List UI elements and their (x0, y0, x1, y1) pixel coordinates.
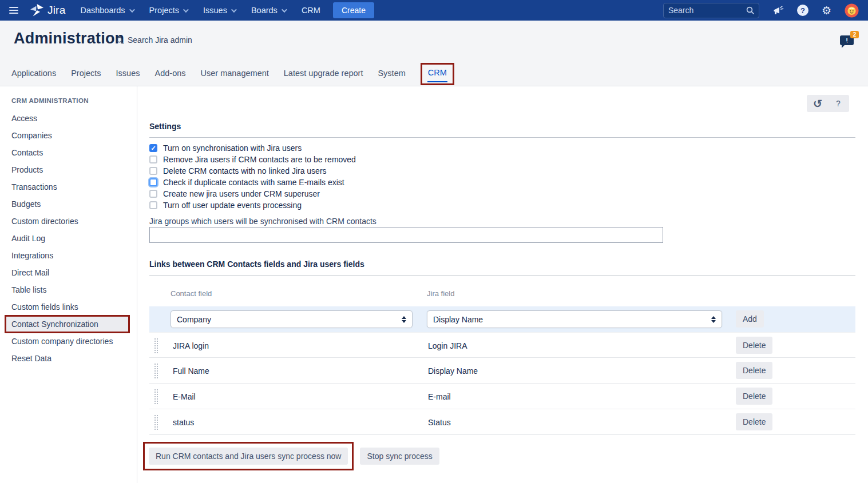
sidebar-item-contacts[interactable]: Contacts (11, 144, 137, 161)
stop-sync-button[interactable]: Stop sync process (360, 448, 439, 465)
refresh-button[interactable]: ↺ (810, 96, 825, 111)
chevron-down-icon (183, 7, 189, 13)
help-button[interactable]: ? (831, 96, 846, 111)
tab-projects[interactable]: Projects (71, 62, 101, 85)
delete-button[interactable]: Delete (736, 388, 772, 405)
top-navbar: Jira Dashboards Projects Issues Boards C… (0, 0, 868, 21)
select-updown-icon (402, 316, 406, 323)
jira-groups-label: Jira groups which users will be synchron… (149, 217, 376, 226)
navbar-search-input[interactable] (668, 6, 746, 15)
chevron-down-icon (282, 7, 287, 13)
checkbox-row: ✓ Turn on synchronisation with Jira user… (149, 142, 356, 154)
sidebar-item-audit-log[interactable]: Audit Log (11, 230, 137, 247)
sidebar-item-budgets[interactable]: Budgets (11, 195, 137, 213)
nav-boards[interactable]: Boards (251, 6, 286, 15)
search-icon (746, 6, 754, 14)
sidebar-item-custom-directories[interactable]: Custom directories (11, 213, 137, 230)
sidebar-item-reset-data[interactable]: Reset Data (11, 350, 137, 367)
link-row: status Status Delete (149, 409, 855, 435)
drag-handle-icon[interactable] (154, 338, 158, 353)
checkbox-turn-off-user-update-events[interactable] (149, 201, 157, 209)
page-actions-group: ↺ ? (807, 95, 849, 112)
sidebar-item-table-lists[interactable]: Table lists (11, 281, 137, 298)
column-header-jira-field: Jira field (427, 289, 454, 298)
crm-admin-sidebar: CRM ADMINISTRATION Access Companies Cont… (0, 86, 137, 483)
jira-field-value: E-mail (428, 384, 451, 409)
settings-gear-icon[interactable]: ⚙ (822, 5, 831, 16)
sidebar-item-access[interactable]: Access (11, 110, 137, 127)
jira-field-value: Status (428, 409, 451, 435)
admin-tabs: Applications Projects Issues Add-ons Use… (0, 61, 868, 86)
chevron-down-icon (231, 7, 237, 13)
jira-logo[interactable]: Jira (30, 4, 65, 17)
jira-groups-input[interactable] (149, 227, 663, 243)
sidebar-item-products[interactable]: Products (11, 161, 137, 178)
page-title: Administration (14, 30, 124, 47)
sidebar-item-direct-mail[interactable]: Direct Mail (11, 264, 137, 281)
nav-issues[interactable]: Issues (203, 6, 235, 15)
nav-dashboards[interactable]: Dashboards (80, 6, 133, 15)
create-button[interactable]: Create (333, 2, 374, 18)
add-button[interactable]: Add (736, 310, 764, 328)
chevron-down-icon (129, 7, 135, 13)
navbar-search[interactable] (663, 3, 759, 18)
contact-field-value: E-Mail (173, 384, 196, 409)
tab-applications[interactable]: Applications (11, 62, 56, 85)
contact-field-value: status (173, 409, 194, 435)
checkbox-label: Check if duplicate contacts with same E-… (163, 178, 344, 187)
sidebar-item-custom-company-directories[interactable]: Custom company directories (11, 333, 137, 350)
nav-projects[interactable]: Projects (149, 6, 187, 15)
navbar-right: ? ⚙ (663, 3, 859, 18)
delete-button[interactable]: Delete (736, 413, 772, 430)
check-icon: ✓ (150, 145, 156, 151)
tab-crm[interactable]: CRM (427, 68, 447, 82)
link-row: E-Mail E-mail Delete (149, 384, 855, 409)
notifications-icon[interactable]: ! 2 (840, 35, 854, 45)
announcements-icon[interactable] (772, 6, 784, 15)
link-row: JIRA login Login JIRA Delete (149, 332, 855, 358)
checkbox-check-duplicate-contacts[interactable] (149, 178, 157, 186)
jira-admin-screen: Jira Dashboards Projects Issues Boards C… (0, 0, 868, 483)
jira-field-select[interactable]: Display Name (427, 310, 722, 328)
search-icon (116, 37, 124, 44)
checkbox-row: Create new jira users under CRM superuse… (149, 188, 356, 199)
hamburger-menu-icon[interactable] (9, 7, 18, 14)
tab-latest-upgrade-report[interactable]: Latest upgrade report (284, 62, 363, 85)
sync-actions: Run CRM contacts and Jira users sync pro… (143, 442, 439, 470)
admin-search[interactable]: Search Jira admin (116, 35, 192, 45)
nav-crm[interactable]: CRM (302, 6, 320, 15)
checkbox-row: Remove Jira users if CRM contacts are to… (149, 154, 356, 165)
tab-user-management[interactable]: User management (201, 62, 269, 85)
delete-button[interactable]: Delete (736, 337, 772, 354)
divider (149, 276, 855, 276)
checkbox-turn-on-synchronisation[interactable]: ✓ (149, 144, 157, 152)
sidebar-item-companies[interactable]: Companies (11, 127, 137, 144)
notification-badge: 2 (850, 31, 859, 38)
tab-system[interactable]: System (378, 62, 405, 85)
sidebar-item-contact-synchronization[interactable]: Contact Synchronization (5, 315, 130, 333)
drag-handle-icon[interactable] (154, 389, 158, 404)
run-sync-button[interactable]: Run CRM contacts and Jira users sync pro… (149, 448, 348, 465)
tab-add-ons[interactable]: Add-ons (155, 62, 186, 85)
user-avatar[interactable] (845, 3, 859, 18)
drag-handle-icon[interactable] (154, 414, 158, 430)
jira-brand-text: Jira (47, 4, 65, 17)
tab-issues[interactable]: Issues (116, 62, 140, 85)
column-header-contact-field: Contact field (171, 289, 212, 298)
delete-button[interactable]: Delete (736, 362, 772, 379)
add-link-row: Company Display Name Add (149, 306, 855, 332)
jira-field-value: Display Name (428, 358, 478, 384)
help-icon[interactable]: ? (797, 5, 808, 16)
sidebar-item-integrations[interactable]: Integrations (11, 247, 137, 264)
contact-field-select[interactable]: Company (171, 310, 413, 328)
sidebar-item-transactions[interactable]: Transactions (11, 178, 137, 195)
checkbox-delete-crm-contacts[interactable] (149, 167, 157, 175)
checkbox-create-new-jira-users[interactable] (149, 190, 157, 198)
checkbox-remove-jira-users[interactable] (149, 155, 157, 163)
sidebar-list: Access Companies Contacts Products Trans… (11, 110, 137, 367)
checkbox-label: Turn off user update events processing (163, 201, 302, 210)
select-updown-icon (711, 316, 716, 323)
drag-handle-icon[interactable] (154, 363, 158, 378)
sidebar-item-custom-fields-links[interactable]: Custom fields links (11, 298, 137, 316)
checkbox-label: Turn on synchronisation with Jira users (163, 143, 302, 153)
